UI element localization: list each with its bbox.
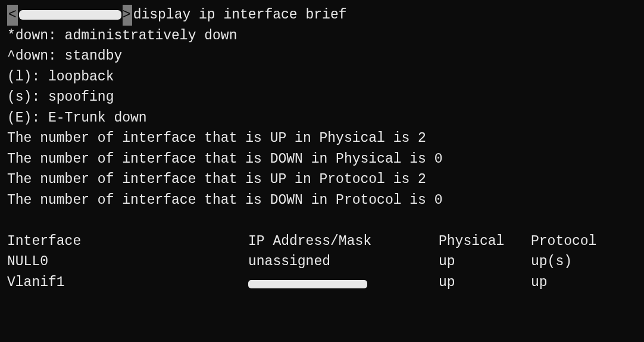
count-protocol-down: The number of interface that is DOWN in … [7, 190, 637, 211]
legend-etrunk: (E): E-Trunk down [7, 108, 637, 129]
row0-interface: NULL0 [7, 251, 248, 272]
command-text: display ip interface brief [133, 5, 347, 26]
blank-separator [7, 210, 637, 231]
header-ip: IP Address/Mask [248, 231, 439, 252]
command-prompt-line[interactable]: < > display ip interface brief [7, 5, 637, 26]
angle-bracket-open: < [7, 5, 18, 26]
row0-ip: unassigned [248, 251, 439, 272]
hostname-redacted [19, 10, 121, 20]
row0-protocol: up(s) [531, 251, 637, 272]
interface-table: Interface IP Address/Mask Physical Proto… [7, 231, 637, 293]
header-interface: Interface [7, 231, 248, 252]
row1-interface: Vlanif1 [7, 272, 248, 293]
row1-physical: up [439, 272, 531, 293]
count-physical-up: The number of interface that is UP in Ph… [7, 128, 637, 149]
row0-physical: up [439, 251, 531, 272]
header-protocol: Protocol [531, 231, 637, 252]
legend-spoofing: (s): spoofing [7, 87, 637, 108]
count-physical-down: The number of interface that is DOWN in … [7, 149, 637, 170]
legend-admin-down: *down: administratively down [7, 26, 637, 46]
legend-standby: ^down: standby [7, 46, 637, 67]
angle-bracket-close: > [123, 5, 132, 26]
row1-ip-redacted [248, 272, 439, 293]
legend-loopback: (l): loopback [7, 67, 637, 88]
header-physical: Physical [439, 231, 531, 252]
count-protocol-up: The number of interface that is UP in Pr… [7, 169, 637, 190]
row1-protocol: up [531, 272, 637, 293]
